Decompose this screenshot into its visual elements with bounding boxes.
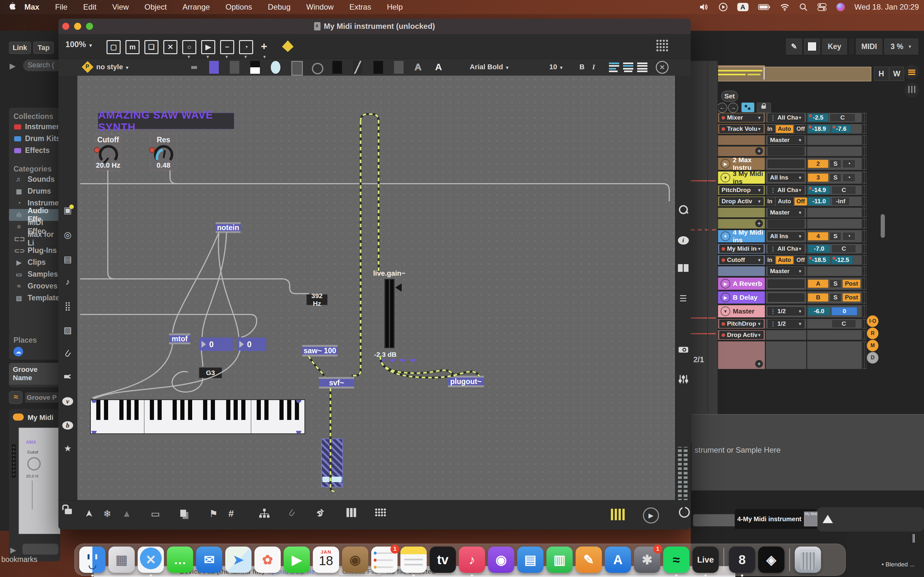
- kslider-keyboard[interactable]: [90, 400, 305, 434]
- dock-icon-mail[interactable]: ✉: [196, 546, 222, 573]
- paint-bucket-icon[interactable]: [282, 40, 294, 52]
- parameter-selector[interactable]: Drop Activate▼: [718, 197, 765, 206]
- routing-cell[interactable]: Master▼: [766, 135, 806, 145]
- dock-icon-calendar[interactable]: JAN18: [313, 546, 339, 573]
- color-swatch-gray[interactable]: [230, 61, 239, 74]
- monitor-in-button[interactable]: In: [765, 125, 775, 133]
- livegain-meter[interactable]: [384, 278, 395, 349]
- console-icon[interactable]: ▤: [58, 254, 77, 264]
- dock-icon-messages[interactable]: …: [167, 546, 193, 573]
- menu-item-object[interactable]: Object: [144, 3, 166, 11]
- device-drag-handle[interactable]: [11, 444, 16, 478]
- favorites-icon[interactable]: ★: [58, 443, 77, 454]
- align-right-icon[interactable]: [637, 63, 648, 72]
- dock-icon-maps[interactable]: ➤: [225, 546, 252, 573]
- width-zoom-button[interactable]: W: [889, 67, 904, 81]
- groove-pool-tab[interactable]: Groove P: [25, 392, 58, 403]
- computer-midi-keyboard-button[interactable]: [803, 38, 821, 55]
- dock-icon-launchpad[interactable]: ▦: [108, 546, 135, 573]
- black-key[interactable]: [150, 400, 154, 420]
- track-body[interactable]: [718, 135, 765, 145]
- routing-cell[interactable]: InAutoOff: [766, 255, 806, 265]
- device-drop-area[interactable]: strument or Sample Here: [691, 414, 924, 490]
- slider-icon[interactable]: −: [220, 40, 234, 54]
- value-empty[interactable]: [808, 319, 830, 328]
- groove-amount[interactable]: 3 %▼: [884, 38, 919, 55]
- minimize-button[interactable]: [74, 23, 81, 30]
- track-name[interactable]: ▼Master: [718, 305, 765, 318]
- collection-instrumen[interactable]: Instrumen: [9, 121, 60, 133]
- split-view-icon[interactable]: [675, 264, 691, 274]
- mixer-sliders-icon[interactable]: [675, 374, 691, 386]
- value--18.9[interactable]: -18.9: [808, 125, 830, 133]
- parameter-selector[interactable]: Drop Activate▼: [718, 330, 765, 340]
- cutoff-dial[interactable]: Cutoff 20.0 Hz: [95, 134, 121, 171]
- groove-pool-icon[interactable]: ≈: [9, 391, 23, 404]
- audio-icon[interactable]: ♪: [58, 277, 77, 287]
- black-key[interactable]: [241, 400, 246, 420]
- dock-icon-spotify[interactable]: ≈: [663, 546, 690, 573]
- fold-icon[interactable]: ▼: [720, 306, 730, 316]
- track-body[interactable]: [718, 208, 765, 218]
- number-box-1[interactable]: 0: [199, 338, 233, 351]
- lock-envelopes-button[interactable]: [757, 103, 771, 113]
- object-browser-icon[interactable]: ▣: [58, 205, 77, 215]
- track-body[interactable]: [718, 266, 765, 276]
- value-C[interactable]: C: [830, 113, 855, 122]
- category-plug-ins[interactable]: ⊂⊃Plug-Ins: [9, 245, 60, 256]
- black-key[interactable]: [104, 400, 108, 420]
- black-key[interactable]: [96, 400, 100, 420]
- playbar-icon[interactable]: ▶: [201, 40, 215, 54]
- value--14.9[interactable]: -14.9: [808, 186, 830, 194]
- italic-button[interactable]: I: [592, 63, 595, 71]
- value--6.0[interactable]: -6.0: [808, 307, 830, 316]
- vimeo-icon[interactable]: v: [58, 396, 77, 406]
- value-A[interactable]: A: [808, 279, 829, 288]
- value-◔[interactable]: ◔: [843, 160, 855, 168]
- category-max-for-li[interactable]: ⊏⊐Max for Li: [9, 233, 60, 245]
- battery-icon[interactable]: [758, 3, 771, 11]
- routing-cell[interactable]: All Ins▼: [766, 230, 806, 242]
- routing-cell[interactable]: ⋮1/2▼: [766, 319, 806, 329]
- value-B[interactable]: B: [808, 293, 829, 301]
- menu-item-debug[interactable]: Debug: [268, 3, 291, 11]
- routing-cell[interactable]: [766, 158, 806, 170]
- mixer-view-button[interactable]: [905, 83, 919, 97]
- dock-icon-contacts[interactable]: ◉: [342, 546, 368, 573]
- track-name[interactable]: ▼3 My Midi ins: [718, 171, 765, 184]
- preview-scrub-bar[interactable]: [23, 544, 58, 554]
- category-sounds[interactable]: ♬Sounds: [9, 173, 60, 185]
- arrangement-overview[interactable]: [716, 67, 871, 81]
- routing-cell[interactable]: [766, 277, 806, 290]
- routing-cell[interactable]: [766, 219, 806, 229]
- volume-icon[interactable]: [699, 3, 709, 11]
- ring-swatch[interactable]: [312, 63, 323, 74]
- add-automation-lane-button[interactable]: +: [755, 147, 763, 155]
- comment-icon[interactable]: ❑: [144, 40, 158, 54]
- dock-icon-trash[interactable]: [795, 546, 821, 573]
- menu-item-window[interactable]: Window: [306, 3, 334, 11]
- routing-cell[interactable]: [766, 342, 806, 369]
- fold-icon[interactable]: ▼: [720, 231, 730, 241]
- black-key[interactable]: [134, 400, 139, 420]
- tap-button[interactable]: Tap: [33, 42, 54, 54]
- monitor-in-button[interactable]: In: [765, 256, 775, 264]
- value--inf[interactable]: -inf: [832, 197, 850, 205]
- dock-icon-reminders[interactable]: 1: [371, 546, 397, 573]
- monitor-off-button[interactable]: Off: [795, 125, 807, 133]
- collection-drum-kits[interactable]: Drum Kits: [9, 133, 60, 145]
- menu-item-view[interactable]: View: [112, 3, 129, 11]
- menu-item-help[interactable]: Help: [387, 3, 403, 11]
- align-center-icon[interactable]: [623, 63, 633, 72]
- black-key[interactable]: [180, 400, 184, 420]
- apple-logo[interactable]: [8, 2, 15, 12]
- dock-icon-facetime[interactable]: ▶: [284, 546, 310, 573]
- frequency-message[interactable]: 392 Hz: [306, 294, 328, 305]
- value-S[interactable]: S: [830, 160, 841, 168]
- play-icon[interactable]: ▶: [720, 293, 730, 302]
- notein-object[interactable]: notein: [216, 222, 241, 233]
- value--7.0[interactable]: -7.0: [808, 245, 830, 253]
- menu-item-edit[interactable]: Edit: [83, 3, 96, 11]
- add-automation-lane-button[interactable]: +: [755, 360, 763, 367]
- black-key[interactable]: [120, 400, 124, 420]
